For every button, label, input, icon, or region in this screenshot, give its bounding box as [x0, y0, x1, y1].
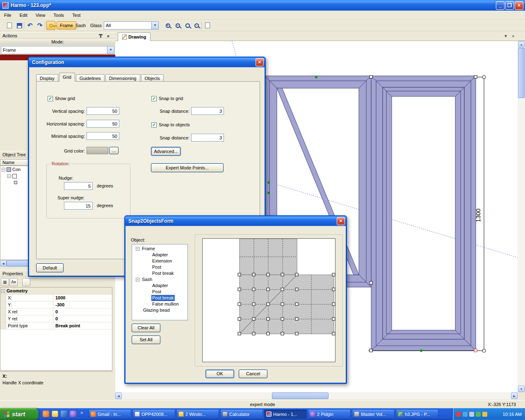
tree-item-frame-adapter[interactable]: Adapter	[132, 252, 187, 258]
taskbar-task-calculator[interactable]: Calculator	[220, 409, 263, 419]
taskbar-task-pidgin[interactable]: 2 Pidgin	[308, 409, 351, 419]
tree-item-frame-extension[interactable]: Extension	[132, 258, 187, 264]
taskbar-task-harmo[interactable]: Harmo - 1...	[264, 409, 307, 419]
scroll-down-icon[interactable]: ▼	[518, 386, 525, 392]
categorized-view-button[interactable]: ▦	[1, 278, 9, 286]
zoom-in-button[interactable]: +	[163, 21, 172, 30]
configuration-dialog-titlebar[interactable]: Configuration ×	[29, 57, 265, 67]
default-button[interactable]: Default	[36, 263, 64, 272]
lock-mode-button[interactable]	[46, 21, 55, 30]
tree-item-sash-post-break[interactable]: Post break	[132, 295, 187, 301]
scroll-left-icon[interactable]: ◀	[115, 393, 122, 399]
advanced-button[interactable]: Advanced...	[151, 147, 181, 156]
expert-mode-points-button[interactable]: Expert Mode Points...	[151, 163, 224, 172]
minimal-spacing-input[interactable]	[87, 132, 119, 140]
quicklaunch-mail-icon[interactable]	[52, 411, 58, 417]
taskbar-task-opp[interactable]: OPP42008...	[132, 409, 175, 419]
tray-update-icon[interactable]	[482, 412, 487, 417]
snap-point[interactable]	[420, 349, 422, 352]
tab-drawing[interactable]: Drawing	[118, 32, 151, 41]
cancel-button[interactable]: Cancel	[239, 370, 267, 378]
snap2objects-titlebar[interactable]: Snap2ObjectsForm ×	[125, 216, 346, 226]
snap-point[interactable]	[315, 76, 317, 78]
mode-combobox[interactable]: Frame ▼	[1, 46, 114, 54]
tray-volume-icon[interactable]	[469, 412, 474, 417]
scroll-right-icon[interactable]: ▶	[511, 393, 518, 399]
zoom-fit-button[interactable]: ▫	[192, 21, 201, 30]
tree-item-false-mullion[interactable]: False mullion	[132, 301, 187, 307]
sash-mode-button[interactable]: Sash	[72, 21, 89, 30]
clear-all-button[interactable]: Clear All	[132, 324, 160, 332]
property-pages-button[interactable]	[22, 278, 30, 286]
property-row[interactable]: X: 1000	[0, 294, 112, 301]
collapse-icon[interactable]: −	[7, 174, 11, 178]
close-icon[interactable]: ×	[256, 58, 264, 66]
property-value[interactable]: Break point	[53, 322, 112, 329]
collapse-icon[interactable]: −	[136, 247, 139, 251]
property-value[interactable]: 0	[53, 308, 112, 315]
snap-point[interactable]	[267, 181, 270, 184]
maximize-button[interactable]: ❐	[505, 1, 514, 10]
tree-item-sash-post[interactable]: Post	[132, 289, 187, 295]
print-preview-button[interactable]	[203, 21, 212, 30]
taskbar-task-volume[interactable]: Master Vol...	[352, 409, 395, 419]
drawing-vscrollbar[interactable]: ▲ ▼	[518, 41, 525, 392]
super-nudge-input[interactable]	[64, 202, 93, 210]
menu-edit[interactable]: Edit	[16, 11, 32, 19]
menu-view[interactable]: View	[32, 11, 50, 19]
save-button[interactable]	[15, 21, 24, 30]
tray-messenger-icon[interactable]	[476, 412, 481, 417]
snap-to-objects-checkbox[interactable]	[151, 122, 157, 128]
scroll-up-icon[interactable]: ▲	[518, 41, 525, 48]
object-type-tree[interactable]: −Frame Adapter Extension Post Post break…	[132, 244, 188, 320]
snap-to-grid-checkbox[interactable]	[151, 96, 157, 101]
tree-item-sash-adapter[interactable]: Adapter	[132, 283, 187, 289]
drag-handle[interactable]	[474, 75, 477, 78]
grid-color-swatch[interactable]	[87, 147, 108, 154]
quicklaunch-messenger-icon[interactable]	[70, 411, 76, 417]
close-button[interactable]: ×	[515, 1, 523, 10]
grid-color-picker-button[interactable]: ...	[109, 147, 119, 154]
zoom-out-button[interactable]: −	[173, 21, 182, 30]
drag-handle[interactable]	[370, 75, 372, 78]
property-row[interactable]: Y rel: 0	[0, 315, 112, 322]
tab-close-icon[interactable]: ×	[510, 34, 516, 39]
right-sash[interactable]	[383, 87, 464, 339]
tree-item-frame[interactable]: −Frame	[132, 246, 187, 252]
drawing-hscrollbar[interactable]: ◀ ▶	[115, 392, 518, 399]
drag-handle[interactable]	[370, 281, 372, 284]
property-value[interactable]: -300	[53, 301, 112, 308]
tree-item-frame-post[interactable]: Post	[132, 264, 187, 270]
undo-button[interactable]: ↶	[25, 21, 34, 30]
start-button[interactable]: start	[0, 408, 39, 420]
property-value[interactable]: 1000	[53, 294, 112, 301]
redo-button[interactable]: ↷	[35, 21, 44, 30]
dimension-endpoint[interactable]	[482, 349, 486, 352]
minimize-button[interactable]: _	[496, 1, 504, 10]
zoom-button[interactable]	[183, 21, 192, 30]
chevron-down-icon[interactable]: ▼	[107, 46, 114, 54]
tree-item-sash[interactable]: −Sash	[132, 276, 187, 283]
glass-mode-button[interactable]: Glass	[87, 21, 105, 30]
tree-item-glazing-bead[interactable]: Glazing bead	[132, 307, 187, 313]
chevron-down-icon[interactable]: ▼	[151, 22, 158, 29]
selected-handle[interactable]	[474, 349, 477, 352]
property-value[interactable]: 0	[53, 315, 112, 322]
property-grid[interactable]: − Geometry X: 1000 Y: -300 X rel: 0 Y re…	[0, 287, 112, 371]
scroll-left-icon[interactable]: ◀	[0, 260, 7, 267]
tree-item-frame-post-break[interactable]: Post break	[132, 270, 187, 276]
snap-preview-canvas[interactable]	[202, 238, 336, 362]
vscrollbar-thumb[interactable]	[518, 48, 525, 98]
tab-grid[interactable]: Grid	[59, 73, 75, 82]
property-row[interactable]: X rel: 0	[0, 308, 112, 315]
new-button[interactable]	[5, 21, 14, 30]
tray-shield-icon[interactable]	[456, 412, 461, 417]
menu-tools[interactable]: Tools	[49, 11, 68, 19]
menu-file[interactable]: File	[0, 11, 16, 19]
vertical-spacing-input[interactable]	[87, 107, 119, 115]
menu-test[interactable]: Test	[68, 11, 84, 19]
snap-distance-grid-input[interactable]	[191, 107, 224, 115]
taskbar-task-windows-group[interactable]: 2 Windo...	[176, 409, 219, 419]
alphabetical-sort-button[interactable]: A▾	[9, 278, 18, 286]
collapse-icon[interactable]: −	[136, 278, 139, 281]
